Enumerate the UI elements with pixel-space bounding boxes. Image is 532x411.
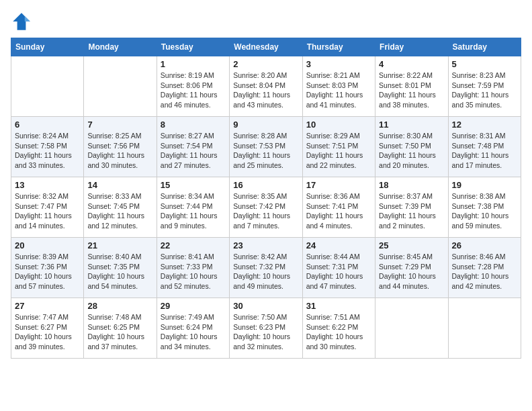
header-monday: Monday xyxy=(84,38,157,56)
day-number: 28 xyxy=(87,301,152,311)
day-info: Sunrise: 8:41 AM Sunset: 7:33 PM Dayligh… xyxy=(161,252,226,291)
day-info: Sunrise: 8:38 AM Sunset: 7:38 PM Dayligh… xyxy=(452,191,517,231)
day-cell: 4Sunrise: 8:22 AM Sunset: 8:01 PM Daylig… xyxy=(375,56,448,117)
day-number: 15 xyxy=(161,180,226,190)
day-info: Sunrise: 8:20 AM Sunset: 8:04 PM Dayligh… xyxy=(233,71,298,110)
header-wednesday: Wednesday xyxy=(230,38,302,56)
day-info: Sunrise: 8:44 AM Sunset: 7:31 PM Dayligh… xyxy=(306,252,371,291)
day-info: Sunrise: 8:34 AM Sunset: 7:44 PM Dayligh… xyxy=(161,191,226,231)
day-cell: 10Sunrise: 8:29 AM Sunset: 7:51 PM Dayli… xyxy=(302,117,375,177)
day-number: 11 xyxy=(379,120,444,130)
day-info: Sunrise: 8:36 AM Sunset: 7:41 PM Dayligh… xyxy=(306,191,371,231)
day-number: 8 xyxy=(161,120,226,130)
day-number: 25 xyxy=(379,240,444,250)
day-info: Sunrise: 8:21 AM Sunset: 8:03 PM Dayligh… xyxy=(306,71,371,110)
day-cell: 27Sunrise: 7:47 AM Sunset: 6:27 PM Dayli… xyxy=(11,298,84,359)
week-row-1: 1Sunrise: 8:19 AM Sunset: 8:06 PM Daylig… xyxy=(11,56,521,117)
header-saturday: Saturday xyxy=(448,38,521,56)
day-info: Sunrise: 8:32 AM Sunset: 7:47 PM Dayligh… xyxy=(15,191,80,231)
day-number: 16 xyxy=(233,180,298,190)
day-info: Sunrise: 8:45 AM Sunset: 7:29 PM Dayligh… xyxy=(379,252,444,291)
day-number: 27 xyxy=(15,301,80,311)
day-info: Sunrise: 8:23 AM Sunset: 7:59 PM Dayligh… xyxy=(452,71,517,110)
day-cell: 11Sunrise: 8:30 AM Sunset: 7:50 PM Dayli… xyxy=(375,117,448,177)
day-cell: 21Sunrise: 8:40 AM Sunset: 7:35 PM Dayli… xyxy=(84,238,157,298)
day-cell: 12Sunrise: 8:31 AM Sunset: 7:48 PM Dayli… xyxy=(448,117,521,177)
header-tuesday: Tuesday xyxy=(157,38,229,56)
header-sunday: Sunday xyxy=(11,38,84,56)
day-cell: 28Sunrise: 7:48 AM Sunset: 6:25 PM Dayli… xyxy=(84,298,157,359)
day-cell: 6Sunrise: 8:24 AM Sunset: 7:58 PM Daylig… xyxy=(11,117,84,177)
day-number: 12 xyxy=(452,120,517,130)
day-number: 30 xyxy=(233,301,298,311)
day-cell xyxy=(375,298,448,359)
day-number: 24 xyxy=(306,240,371,250)
day-cell: 16Sunrise: 8:35 AM Sunset: 7:42 PM Dayli… xyxy=(230,177,302,238)
day-number: 5 xyxy=(452,59,517,69)
day-cell: 15Sunrise: 8:34 AM Sunset: 7:44 PM Dayli… xyxy=(157,177,229,238)
day-info: Sunrise: 8:29 AM Sunset: 7:51 PM Dayligh… xyxy=(306,131,371,171)
day-number: 4 xyxy=(379,59,444,69)
day-cell: 7Sunrise: 8:25 AM Sunset: 7:56 PM Daylig… xyxy=(84,117,157,177)
day-info: Sunrise: 8:42 AM Sunset: 7:32 PM Dayligh… xyxy=(233,252,298,291)
header-thursday: Thursday xyxy=(302,38,375,56)
day-number: 21 xyxy=(87,240,152,250)
day-info: Sunrise: 7:48 AM Sunset: 6:25 PM Dayligh… xyxy=(87,312,152,352)
day-cell xyxy=(448,298,521,359)
day-cell: 20Sunrise: 8:39 AM Sunset: 7:36 PM Dayli… xyxy=(11,238,84,298)
day-info: Sunrise: 7:47 AM Sunset: 6:27 PM Dayligh… xyxy=(15,312,80,352)
day-number: 17 xyxy=(306,180,371,190)
svg-marker-1 xyxy=(25,16,30,21)
day-number: 31 xyxy=(306,301,371,311)
day-cell: 19Sunrise: 8:38 AM Sunset: 7:38 PM Dayli… xyxy=(448,177,521,238)
day-cell: 18Sunrise: 8:37 AM Sunset: 7:39 PM Dayli… xyxy=(375,177,448,238)
day-cell xyxy=(84,56,157,117)
calendar-table: SundayMondayTuesdayWednesdayThursdayFrid… xyxy=(11,38,521,359)
day-cell: 5Sunrise: 8:23 AM Sunset: 7:59 PM Daylig… xyxy=(448,56,521,117)
calendar-header-row: SundayMondayTuesdayWednesdayThursdayFrid… xyxy=(11,38,521,56)
day-number: 1 xyxy=(161,59,226,69)
week-row-2: 6Sunrise: 8:24 AM Sunset: 7:58 PM Daylig… xyxy=(11,117,521,177)
day-number: 7 xyxy=(87,120,152,130)
day-cell: 26Sunrise: 8:46 AM Sunset: 7:28 PM Dayli… xyxy=(448,238,521,298)
day-number: 13 xyxy=(15,180,80,190)
day-number: 6 xyxy=(15,120,80,130)
day-number: 20 xyxy=(15,240,80,250)
day-cell: 13Sunrise: 8:32 AM Sunset: 7:47 PM Dayli… xyxy=(11,177,84,238)
day-info: Sunrise: 8:31 AM Sunset: 7:48 PM Dayligh… xyxy=(452,131,517,171)
page-header xyxy=(11,11,521,32)
day-cell xyxy=(11,56,84,117)
logo-icon xyxy=(11,11,32,32)
day-cell: 25Sunrise: 8:45 AM Sunset: 7:29 PM Dayli… xyxy=(375,238,448,298)
day-number: 23 xyxy=(233,240,298,250)
day-number: 18 xyxy=(379,180,444,190)
day-info: Sunrise: 8:46 AM Sunset: 7:28 PM Dayligh… xyxy=(452,252,517,291)
day-info: Sunrise: 8:28 AM Sunset: 7:53 PM Dayligh… xyxy=(233,131,298,171)
day-info: Sunrise: 8:30 AM Sunset: 7:50 PM Dayligh… xyxy=(379,131,444,171)
day-info: Sunrise: 7:50 AM Sunset: 6:23 PM Dayligh… xyxy=(233,312,298,352)
day-number: 19 xyxy=(452,180,517,190)
week-row-3: 13Sunrise: 8:32 AM Sunset: 7:47 PM Dayli… xyxy=(11,177,521,238)
day-cell: 1Sunrise: 8:19 AM Sunset: 8:06 PM Daylig… xyxy=(157,56,229,117)
day-info: Sunrise: 8:40 AM Sunset: 7:35 PM Dayligh… xyxy=(87,252,152,291)
day-number: 22 xyxy=(161,240,226,250)
week-row-4: 20Sunrise: 8:39 AM Sunset: 7:36 PM Dayli… xyxy=(11,238,521,298)
day-number: 29 xyxy=(161,301,226,311)
day-info: Sunrise: 7:49 AM Sunset: 6:24 PM Dayligh… xyxy=(161,312,226,352)
day-cell: 22Sunrise: 8:41 AM Sunset: 7:33 PM Dayli… xyxy=(157,238,229,298)
day-cell: 29Sunrise: 7:49 AM Sunset: 6:24 PM Dayli… xyxy=(157,298,229,359)
day-number: 10 xyxy=(306,120,371,130)
day-cell: 8Sunrise: 8:27 AM Sunset: 7:54 PM Daylig… xyxy=(157,117,229,177)
day-cell: 23Sunrise: 8:42 AM Sunset: 7:32 PM Dayli… xyxy=(230,238,302,298)
day-number: 2 xyxy=(233,59,298,69)
day-info: Sunrise: 8:25 AM Sunset: 7:56 PM Dayligh… xyxy=(87,131,152,171)
day-info: Sunrise: 8:39 AM Sunset: 7:36 PM Dayligh… xyxy=(15,252,80,291)
day-cell: 2Sunrise: 8:20 AM Sunset: 8:04 PM Daylig… xyxy=(230,56,302,117)
day-cell: 24Sunrise: 8:44 AM Sunset: 7:31 PM Dayli… xyxy=(302,238,375,298)
day-cell: 3Sunrise: 8:21 AM Sunset: 8:03 PM Daylig… xyxy=(302,56,375,117)
day-cell: 31Sunrise: 7:51 AM Sunset: 6:22 PM Dayli… xyxy=(302,298,375,359)
day-info: Sunrise: 8:33 AM Sunset: 7:45 PM Dayligh… xyxy=(87,191,152,231)
day-number: 3 xyxy=(306,59,371,69)
week-row-5: 27Sunrise: 7:47 AM Sunset: 6:27 PM Dayli… xyxy=(11,298,521,359)
logo xyxy=(11,11,35,32)
